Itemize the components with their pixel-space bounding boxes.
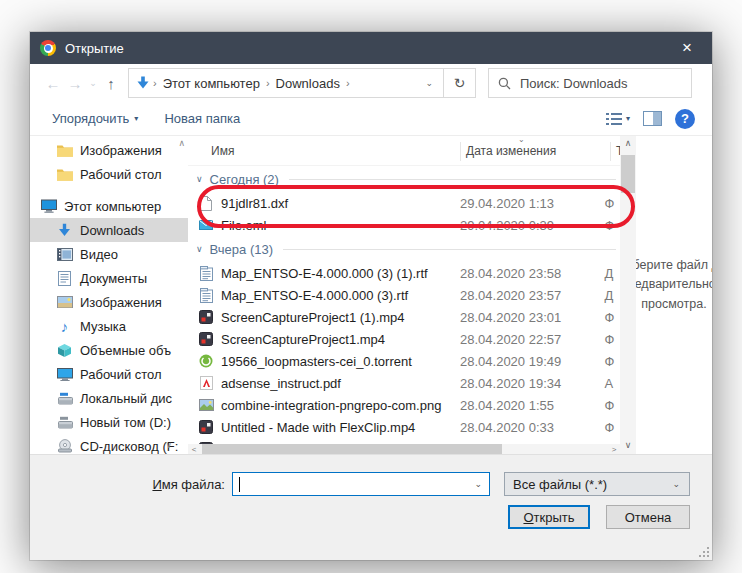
refresh-icon: ↻ <box>454 75 466 91</box>
pdf-file-icon <box>198 375 214 391</box>
open-button[interactable]: Открыть <box>508 505 590 529</box>
png-file-icon <box>198 397 214 413</box>
search-icon <box>498 77 511 90</box>
breadcrumb-downloads[interactable]: Downloads <box>272 76 344 91</box>
rtf-file-icon <box>198 265 214 281</box>
cube-icon <box>56 342 73 358</box>
cancel-button[interactable]: Отмена <box>606 505 690 529</box>
sidebar-scroll-down-icon[interactable]: ∨ <box>165 440 172 450</box>
scroll-right-icon[interactable]: > <box>608 445 620 454</box>
vertical-scrollbar[interactable]: ∧ ∨ <box>620 136 636 454</box>
file-row-map-entso-1[interactable]: Map_ENTSO-E-4.000.000 (3) (1).rtf 28.04.… <box>188 262 620 284</box>
file-row-file-eml[interactable]: File.eml 29.04.2020 0:39 Ф <box>188 214 620 236</box>
close-icon[interactable]: × <box>672 33 702 63</box>
sidebar-item-pictures[interactable]: Изображения <box>30 290 188 314</box>
file-type-value: Все файлы (*.*) <box>513 477 607 492</box>
file-type: А <box>604 376 620 391</box>
mp4-file-icon <box>198 331 214 347</box>
column-header-row: Имя ⌄ Дата изменения Т <box>188 136 620 166</box>
horizontal-scrollbar-thumb[interactable] <box>202 444 502 454</box>
up-icon[interactable]: ↑ <box>100 75 122 92</box>
sidebar-item-new-volume-d[interactable]: Новый том (D:) <box>30 410 188 434</box>
column-header-date[interactable]: Дата изменения <box>466 144 556 158</box>
navigation-pane: Изображения Рабочий стол Этот компьютер … <box>30 136 188 454</box>
music-icon: ♪ <box>56 318 73 334</box>
file-list-body: ∨ Сегодня (2) 91jdlr81.dxf 29.04.2020 1:… <box>188 166 620 444</box>
search-input[interactable]: Поиск: Downloads <box>488 68 692 98</box>
file-name: 19566_loopmasters-cei_0.torrent <box>221 354 460 369</box>
group-header-yesterday[interactable]: ∨ Вчера (13) <box>188 236 620 262</box>
new-folder-button[interactable]: Новая папка <box>164 111 240 126</box>
sidebar-item-music[interactable]: ♪ Музыка <box>30 314 188 338</box>
sidebar-item-3d-objects[interactable]: Объемные объ <box>30 338 188 362</box>
crumb-separator: › <box>264 77 272 89</box>
file-date: 28.04.2020 0:33 <box>460 420 604 435</box>
horizontal-scrollbar[interactable]: < > <box>188 444 620 454</box>
scroll-up-icon[interactable]: ∧ <box>620 138 636 148</box>
file-row-torrent[interactable]: 19566_loopmasters-cei_0.torrent 28.04.20… <box>188 350 620 372</box>
sidebar-item-videos[interactable]: Видео <box>30 242 188 266</box>
sidebar-item-desktop-quick[interactable]: Рабочий стол <box>30 162 188 186</box>
sidebar-item-this-pc[interactable]: Этот компьютер <box>30 194 188 218</box>
breadcrumb-this-pc[interactable]: Этот компьютер <box>159 76 264 91</box>
sidebar-item-label: Изображения <box>80 295 162 310</box>
file-row-screencapture-2[interactable]: ScreenCaptureProject1.mp4 28.04.2020 22:… <box>188 328 620 350</box>
recent-locations-chevron-icon[interactable]: ⌄ <box>86 78 100 88</box>
filename-input[interactable]: ⌄ <box>232 472 490 496</box>
file-row-pdf[interactable]: adsense_instruct.pdf 28.04.2020 19:34 А <box>188 372 620 394</box>
column-divider[interactable] <box>460 142 461 161</box>
file-date: 28.04.2020 23:57 <box>460 288 604 303</box>
computer-icon <box>40 198 57 214</box>
refresh-button[interactable]: ↻ <box>444 68 476 98</box>
file-list: Имя ⌄ Дата изменения Т ∨ Сегодня (2) 91j… <box>188 136 620 454</box>
disk-icon <box>56 414 73 430</box>
sidebar-item-documents[interactable]: Документы <box>30 266 188 290</box>
group-label: Вчера (13) <box>210 242 273 257</box>
file-row-map-entso-2[interactable]: Map_ENTSO-E-4.000.000 (3).rtf 28.04.2020… <box>188 284 620 306</box>
vertical-scrollbar-thumb[interactable] <box>621 155 635 193</box>
file-row-png[interactable]: combine-integration-pngrepo-com.png 28.0… <box>188 394 620 416</box>
group-header-today[interactable]: ∨ Сегодня (2) <box>188 166 620 192</box>
preview-pane-button[interactable] <box>643 111 662 126</box>
column-divider[interactable] <box>610 142 611 161</box>
sidebar-item-label: Документы <box>80 271 147 286</box>
help-button[interactable]: ? <box>675 109 695 129</box>
sidebar-item-local-disk-c[interactable]: Локальный дис <box>30 386 188 410</box>
mp4-file-icon <box>198 309 214 325</box>
file-row-91jdlr81-dxf[interactable]: 91jdlr81.dxf 29.04.2020 1:13 Ф <box>188 192 620 214</box>
group-rule <box>283 249 616 250</box>
breadcrumb[interactable]: › Этот компьютер › Downloads › ⌄ <box>128 68 444 98</box>
sidebar-item-cd-drive-f[interactable]: CD-дисковод (F: <box>30 434 188 454</box>
open-button-rest: ткрыть <box>534 510 575 525</box>
scroll-down-icon[interactable]: ∨ <box>620 440 636 450</box>
file-row-flexclip[interactable]: Untitled - Made with FlexClip.mp4 28.04.… <box>188 416 620 438</box>
change-view-button[interactable]: ▾ <box>606 112 630 126</box>
sidebar-item-desktop[interactable]: Рабочий стол <box>30 362 188 386</box>
resize-grip[interactable] <box>699 547 709 557</box>
sidebar-scroll-up-icon[interactable]: ∧ <box>178 138 185 148</box>
disk-windows-icon <box>56 390 73 406</box>
organize-menu-button[interactable]: Упорядочить ▾ <box>52 111 138 126</box>
sidebar-item-pictures-quick[interactable]: Изображения <box>30 138 188 162</box>
dxf-file-icon <box>198 195 214 211</box>
file-date: 28.04.2020 19:49 <box>460 354 604 369</box>
file-type: Ф <box>604 196 620 211</box>
chrome-icon <box>40 40 56 56</box>
back-icon[interactable]: ← <box>42 75 64 92</box>
details-view-icon <box>606 112 622 126</box>
file-date: 28.04.2020 22:57 <box>460 332 604 347</box>
file-type-select[interactable]: Все файлы (*.*) ⌄ <box>504 472 690 496</box>
navigation-bar: ← → ⌄ ↑ › Этот компьютер › Downloads › ⌄… <box>30 64 712 102</box>
scroll-left-icon[interactable]: < <box>188 445 200 454</box>
forward-icon[interactable]: → <box>64 75 86 92</box>
file-date: 28.04.2020 1:55 <box>460 398 604 413</box>
group-chevron-icon: ∨ <box>196 244 203 254</box>
sidebar-item-downloads[interactable]: Downloads <box>30 218 188 242</box>
crumb-separator: › <box>344 77 352 89</box>
dialog-footer: Имя файла: ⌄ Все файлы (*.*) ⌄ Открыть О… <box>30 454 712 560</box>
column-header-name[interactable]: Имя <box>211 144 234 158</box>
file-row-screencapture-1[interactable]: ScreenCaptureProject1 (1).mp4 28.04.2020… <box>188 306 620 328</box>
sidebar-item-label: Рабочий стол <box>80 367 162 382</box>
address-dropdown-chevron-icon[interactable]: ⌄ <box>425 78 437 88</box>
filename-dropdown-chevron-icon[interactable]: ⌄ <box>474 479 482 489</box>
